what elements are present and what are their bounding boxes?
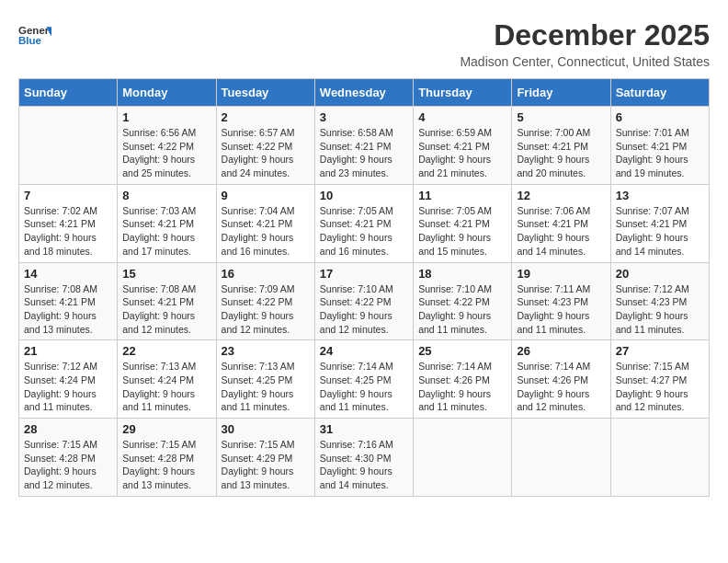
- page-header: General Blue December 2025 Madison Cente…: [18, 18, 710, 69]
- calendar-cell: [610, 419, 709, 497]
- calendar-cell: 18Sunrise: 7:10 AMSunset: 4:22 PMDayligh…: [414, 262, 512, 340]
- day-info: Sunrise: 7:08 AMSunset: 4:21 PMDaylight:…: [122, 282, 210, 337]
- calendar-cell: 25Sunrise: 7:14 AMSunset: 4:26 PMDayligh…: [414, 340, 512, 419]
- calendar-cell: 22Sunrise: 7:13 AMSunset: 4:24 PMDayligh…: [118, 340, 216, 419]
- day-number: 3: [320, 110, 408, 124]
- svg-text:Blue: Blue: [18, 35, 42, 46]
- calendar-cell: 19Sunrise: 7:11 AMSunset: 4:23 PMDayligh…: [512, 262, 610, 340]
- day-number: 12: [517, 189, 605, 202]
- day-number: 9: [222, 189, 310, 202]
- calendar-cell: 31Sunrise: 7:16 AMSunset: 4:30 PMDayligh…: [314, 419, 413, 497]
- day-info: Sunrise: 7:05 AMSunset: 4:21 PMDaylight:…: [418, 204, 506, 259]
- day-info: Sunrise: 7:12 AMSunset: 4:23 PMDaylight:…: [616, 282, 704, 337]
- calendar-cell: [512, 419, 610, 497]
- day-info: Sunrise: 7:14 AMSunset: 4:26 PMDaylight:…: [517, 360, 605, 414]
- day-number: 21: [24, 344, 112, 358]
- day-info: Sunrise: 7:09 AMSunset: 4:22 PMDaylight:…: [222, 282, 310, 337]
- day-number: 10: [320, 189, 408, 202]
- day-info: Sunrise: 6:57 AMSunset: 4:22 PMDaylight:…: [222, 126, 310, 180]
- day-info: Sunrise: 7:02 AMSunset: 4:21 PMDaylight:…: [24, 204, 112, 259]
- day-number: 2: [222, 110, 310, 124]
- day-number: 1: [122, 110, 210, 124]
- calendar-table: Sunday Monday Tuesday Wednesday Thursday…: [18, 78, 710, 497]
- day-info: Sunrise: 7:13 AMSunset: 4:25 PMDaylight:…: [222, 360, 310, 414]
- day-number: 5: [517, 110, 605, 124]
- day-number: 17: [320, 267, 408, 281]
- day-number: 24: [320, 344, 408, 358]
- header-saturday: Saturday: [610, 79, 709, 107]
- day-number: 14: [24, 267, 112, 281]
- calendar-cell: 28Sunrise: 7:15 AMSunset: 4:28 PMDayligh…: [19, 419, 118, 497]
- day-info: Sunrise: 7:00 AMSunset: 4:21 PMDaylight:…: [517, 126, 605, 180]
- calendar-cell: [19, 107, 118, 185]
- day-info: Sunrise: 7:03 AMSunset: 4:21 PMDaylight:…: [122, 204, 210, 259]
- calendar-week-row: 14Sunrise: 7:08 AMSunset: 4:21 PMDayligh…: [19, 262, 710, 340]
- day-info: Sunrise: 7:08 AMSunset: 4:21 PMDaylight:…: [24, 282, 112, 337]
- calendar-cell: 10Sunrise: 7:05 AMSunset: 4:21 PMDayligh…: [314, 184, 413, 262]
- day-info: Sunrise: 7:07 AMSunset: 4:21 PMDaylight:…: [616, 204, 704, 259]
- logo: General Blue: [18, 18, 51, 52]
- title-section: December 2025 Madison Center, Connecticu…: [460, 18, 710, 69]
- day-number: 8: [122, 189, 210, 202]
- day-info: Sunrise: 7:06 AMSunset: 4:21 PMDaylight:…: [517, 204, 605, 259]
- day-number: 26: [517, 344, 605, 358]
- day-number: 23: [222, 344, 310, 358]
- calendar-week-row: 28Sunrise: 7:15 AMSunset: 4:28 PMDayligh…: [19, 419, 710, 497]
- day-number: 25: [418, 344, 506, 358]
- header-thursday: Thursday: [414, 79, 512, 107]
- header-tuesday: Tuesday: [216, 79, 314, 107]
- calendar-cell: 5Sunrise: 7:00 AMSunset: 4:21 PMDaylight…: [512, 107, 610, 185]
- day-info: Sunrise: 7:15 AMSunset: 4:29 PMDaylight:…: [222, 438, 310, 492]
- calendar-cell: 16Sunrise: 7:09 AMSunset: 4:22 PMDayligh…: [216, 262, 314, 340]
- day-number: 20: [616, 267, 704, 281]
- header-wednesday: Wednesday: [314, 79, 413, 107]
- day-number: 15: [122, 267, 210, 281]
- calendar-cell: [414, 419, 512, 497]
- day-info: Sunrise: 7:04 AMSunset: 4:21 PMDaylight:…: [222, 204, 310, 259]
- day-info: Sunrise: 7:16 AMSunset: 4:30 PMDaylight:…: [320, 438, 408, 492]
- day-number: 30: [222, 422, 310, 436]
- calendar-cell: 21Sunrise: 7:12 AMSunset: 4:24 PMDayligh…: [19, 340, 118, 419]
- header-sunday: Sunday: [19, 79, 118, 107]
- location-title: Madison Center, Connecticut, United Stat…: [460, 54, 710, 69]
- day-number: 31: [320, 422, 408, 436]
- day-number: 28: [24, 422, 112, 436]
- day-number: 29: [122, 422, 210, 436]
- calendar-cell: 12Sunrise: 7:06 AMSunset: 4:21 PMDayligh…: [512, 184, 610, 262]
- day-number: 7: [24, 189, 112, 202]
- day-info: Sunrise: 7:05 AMSunset: 4:21 PMDaylight:…: [320, 204, 408, 259]
- day-number: 11: [418, 189, 506, 202]
- day-info: Sunrise: 7:01 AMSunset: 4:21 PMDaylight:…: [616, 126, 704, 180]
- day-info: Sunrise: 7:15 AMSunset: 4:28 PMDaylight:…: [122, 438, 210, 492]
- calendar-cell: 7Sunrise: 7:02 AMSunset: 4:21 PMDaylight…: [19, 184, 118, 262]
- calendar-cell: 20Sunrise: 7:12 AMSunset: 4:23 PMDayligh…: [610, 262, 709, 340]
- month-title: December 2025: [460, 18, 710, 52]
- calendar-week-row: 7Sunrise: 7:02 AMSunset: 4:21 PMDaylight…: [19, 184, 710, 262]
- day-number: 16: [222, 267, 310, 281]
- day-number: 13: [616, 189, 704, 202]
- day-info: Sunrise: 7:11 AMSunset: 4:23 PMDaylight:…: [517, 282, 605, 337]
- day-number: 4: [418, 110, 506, 124]
- header-friday: Friday: [512, 79, 610, 107]
- day-info: Sunrise: 6:59 AMSunset: 4:21 PMDaylight:…: [418, 126, 506, 180]
- day-number: 27: [616, 344, 704, 358]
- calendar-cell: 30Sunrise: 7:15 AMSunset: 4:29 PMDayligh…: [216, 419, 314, 497]
- calendar-cell: 4Sunrise: 6:59 AMSunset: 4:21 PMDaylight…: [414, 107, 512, 185]
- day-info: Sunrise: 6:58 AMSunset: 4:21 PMDaylight:…: [320, 126, 408, 180]
- day-info: Sunrise: 6:56 AMSunset: 4:22 PMDaylight:…: [122, 126, 210, 180]
- calendar-cell: 15Sunrise: 7:08 AMSunset: 4:21 PMDayligh…: [118, 262, 216, 340]
- calendar-cell: 13Sunrise: 7:07 AMSunset: 4:21 PMDayligh…: [610, 184, 709, 262]
- day-info: Sunrise: 7:14 AMSunset: 4:25 PMDaylight:…: [320, 360, 408, 414]
- calendar-cell: 27Sunrise: 7:15 AMSunset: 4:27 PMDayligh…: [610, 340, 709, 419]
- calendar-cell: 8Sunrise: 7:03 AMSunset: 4:21 PMDaylight…: [118, 184, 216, 262]
- header-monday: Monday: [118, 79, 216, 107]
- calendar-cell: 2Sunrise: 6:57 AMSunset: 4:22 PMDaylight…: [216, 107, 314, 185]
- calendar-cell: 17Sunrise: 7:10 AMSunset: 4:22 PMDayligh…: [314, 262, 413, 340]
- day-number: 6: [616, 110, 704, 124]
- day-info: Sunrise: 7:14 AMSunset: 4:26 PMDaylight:…: [418, 360, 506, 414]
- calendar-cell: 14Sunrise: 7:08 AMSunset: 4:21 PMDayligh…: [19, 262, 118, 340]
- days-header-row: Sunday Monday Tuesday Wednesday Thursday…: [19, 79, 710, 107]
- calendar-week-row: 21Sunrise: 7:12 AMSunset: 4:24 PMDayligh…: [19, 340, 710, 419]
- svg-text:General: General: [18, 25, 51, 36]
- logo-svg: General Blue: [18, 18, 51, 52]
